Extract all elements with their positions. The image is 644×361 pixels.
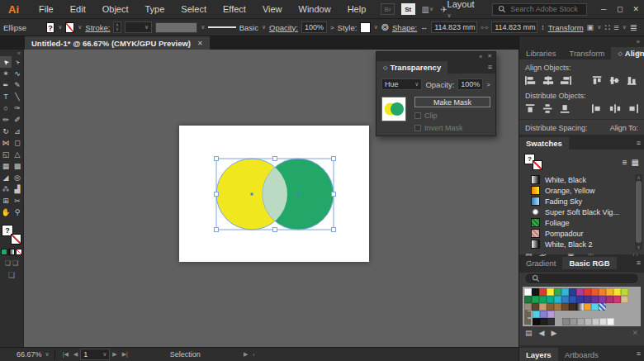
swatches-stroke-chip[interactable] [533, 160, 542, 170]
scale-tool[interactable]: ⊿ [12, 126, 23, 137]
color-mode-chip[interactable] [1, 249, 7, 255]
first-artboard-icon[interactable]: |◀ [63, 351, 69, 358]
opacity-field[interactable]: 100% [301, 21, 327, 33]
list-view-icon[interactable]: ≡ [623, 158, 627, 167]
align-v-center-icon[interactable] [609, 75, 621, 86]
color-group-folder-icon[interactable] [524, 311, 531, 317]
color-swatch[interactable] [561, 288, 569, 296]
color-swatch[interactable] [540, 311, 547, 318]
gradient-tool[interactable]: ▩ [12, 160, 23, 172]
color-swatch[interactable] [576, 296, 584, 303]
recolor-artwork-icon[interactable]: ❂ [381, 22, 389, 33]
curvature-tool[interactable]: ✎ [12, 79, 23, 91]
draw-normal-icon[interactable]: ❏ [5, 259, 11, 267]
stroke-chevron-icon[interactable]: ∨ [78, 24, 82, 31]
venn-circles[interactable] [179, 126, 369, 262]
stroke-indicator[interactable] [11, 234, 21, 245]
type-tool[interactable]: T [0, 91, 12, 102]
align-top-icon[interactable] [592, 75, 604, 86]
restore-button[interactable]: ◻ [612, 2, 628, 16]
eyedropper-tool[interactable]: ◢ [0, 172, 12, 183]
panel-collapse-icon[interactable]: « [479, 54, 482, 59]
selection-tool[interactable]: ➤ [0, 56, 12, 68]
close-button[interactable]: ✕ [627, 2, 644, 16]
swatch-item[interactable]: White, Black [519, 174, 644, 185]
color-swatch[interactable] [547, 303, 554, 311]
color-swatch[interactable] [554, 303, 561, 311]
swatch-item[interactable]: White, Black 2 [519, 239, 644, 249]
rgb-none-icon[interactable]: ✕ [632, 329, 638, 337]
fill-chevron-icon[interactable]: ∨ [58, 24, 62, 31]
distribute-h-center-icon[interactable] [609, 103, 621, 114]
color-swatch[interactable] [569, 296, 576, 303]
dock-collapse-icon[interactable]: » [637, 38, 640, 45]
gradient-swatch[interactable] [576, 303, 584, 311]
rgb-next-icon[interactable]: ▶ [551, 329, 556, 337]
color-swatch[interactable] [592, 318, 599, 325]
swatches-scrollbar[interactable]: ∧∨ [635, 174, 642, 249]
swatch-item[interactable]: Pompadour [519, 228, 644, 239]
document-close-icon[interactable]: ✕ [197, 40, 203, 47]
zoom-chevron-icon[interactable]: ∨ [45, 351, 50, 358]
color-swatch[interactable] [524, 296, 532, 303]
slice-tool[interactable]: ✂ [12, 195, 23, 207]
adobe-stock-search[interactable] [492, 3, 588, 16]
style-chip[interactable] [360, 22, 370, 33]
shape-height-field[interactable]: 114.823 mm [491, 21, 537, 33]
layers-menu-icon[interactable]: ≡ [637, 349, 641, 358]
color-swatch[interactable] [621, 288, 628, 296]
color-swatch[interactable] [599, 288, 606, 296]
color-swatch[interactable] [591, 296, 599, 303]
color-swatch[interactable] [606, 288, 613, 296]
control-menu-icon[interactable]: ≣ [630, 22, 637, 33]
menu-select[interactable]: Select [181, 4, 206, 14]
tab-transform[interactable]: Transform [562, 47, 611, 59]
colors-menu-icon[interactable]: ≡ [637, 259, 641, 267]
menu-type[interactable]: Type [145, 4, 165, 14]
hand-tool[interactable]: ✋ [0, 207, 12, 218]
transparency-menu-icon[interactable]: ≡ [488, 63, 492, 71]
rotate-tool[interactable]: ↻ [0, 126, 12, 137]
shape-builder-tool[interactable]: ◱ [0, 149, 12, 160]
document-tab[interactable]: Untitled-1* @ 66.67% (CMYK/GPU Preview) … [25, 36, 210, 50]
workspace-switcher[interactable]: Layout ∨ [447, 0, 481, 19]
search-input[interactable] [510, 5, 583, 13]
line-segment-tool[interactable]: ╲ [12, 91, 23, 102]
color-swatch[interactable] [613, 296, 621, 303]
color-swatch[interactable] [547, 296, 554, 303]
constrain-proportions-icon[interactable]: ⧟ [481, 23, 488, 32]
paintbrush-tool[interactable]: ✑ [12, 102, 23, 114]
arrange-documents-chevron-icon[interactable]: ∨ [429, 6, 433, 12]
column-graph-tool[interactable]: ▟ [12, 183, 23, 195]
align-dots-icon[interactable]: ∷ [604, 22, 610, 33]
make-mask-button[interactable]: Make Mask [414, 97, 490, 107]
align-h-center-icon[interactable] [542, 75, 554, 86]
tab-layers[interactable]: Layers [519, 348, 558, 361]
color-swatch[interactable] [585, 318, 592, 325]
menu-object[interactable]: Object [102, 4, 129, 14]
blend-mode-dropdown[interactable]: Hue ∨ [381, 78, 422, 90]
color-swatch[interactable] [613, 288, 621, 296]
transform-grid-icon[interactable]: ▣ [587, 23, 594, 31]
swatch-item[interactable]: Super Soft Black Vig... [519, 207, 644, 217]
menu-effect[interactable]: Effect [223, 4, 246, 14]
perspective-grid-tool[interactable]: △ [12, 149, 23, 160]
tab-transparency[interactable]: ◇ Transparency [376, 61, 447, 74]
color-swatch[interactable] [591, 288, 599, 296]
next-artboard-icon[interactable]: ▶ [112, 351, 116, 358]
align-right-icon[interactable] [560, 75, 571, 86]
color-swatch[interactable] [540, 318, 547, 325]
transparency-opacity-field[interactable]: 100% [457, 78, 483, 90]
transform-label[interactable]: Transform [548, 23, 584, 32]
tab-swatches[interactable]: Swatches [519, 137, 569, 150]
color-swatch[interactable] [554, 288, 561, 296]
draw-behind-icon[interactable]: ❏ [12, 259, 18, 267]
stroke-weight-field[interactable]: ∨ [125, 21, 152, 33]
rgb-prev-icon[interactable]: ◀ [539, 329, 545, 337]
color-swatch[interactable] [539, 303, 547, 311]
color-swatch[interactable] [539, 296, 547, 303]
panel-close-icon[interactable]: ✕ [487, 53, 492, 59]
direct-selection-tool[interactable]: ➢ [12, 56, 23, 68]
align-bottom-icon[interactable] [627, 75, 638, 86]
prev-artboard-icon[interactable]: ◀ [73, 351, 78, 358]
